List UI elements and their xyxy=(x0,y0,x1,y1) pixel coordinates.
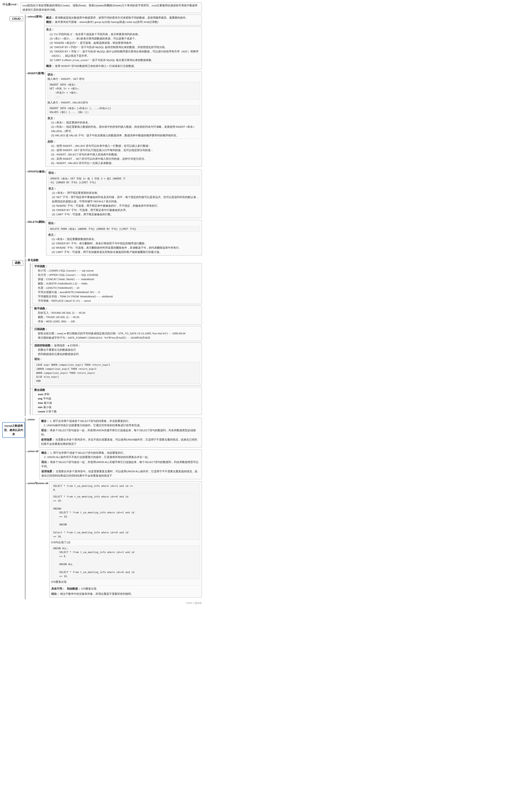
delete-syntax-code: DELETE FROM <表名> [WHERE 子句] [ORDER BY 子句… xyxy=(48,226,200,232)
insert-syntax-multi-code: INSERT INTO <表名> [<列名1> [, ...<列名n>]] VA… xyxy=(48,106,200,115)
select-label: select(查询) xyxy=(28,15,44,18)
string-func-0: 转小写：LOWER ('SQL Course') ······ sql cour… xyxy=(38,269,200,273)
select-meaning-1: (1) "[*|<字段列名>]"：包含零个或或多个字段列表，表示将要查询列的名称… xyxy=(50,32,200,37)
union-label: union xyxy=(28,418,39,421)
common-funcs-label: 常见函数 xyxy=(28,259,202,262)
union-result: 678均出现了1次 xyxy=(51,540,200,545)
select-summary-label: 概括： xyxy=(46,21,54,23)
what-is-crud-text: crud是指在计算处理数据的增加(Create)、读取(Read)、更新(Upd… xyxy=(20,2,202,13)
string-func-5: 字符出现索引值：amcdiNSTR ('HelloWorld','W') ···… xyxy=(38,290,200,294)
select-meaning-label: 含义： xyxy=(46,27,200,32)
delete-meaning-3: (3) 'WHERE' 子句：可选项，表示删除操作时所设置的删除条件，若省略该子… xyxy=(52,246,200,250)
union-example-block: SELECT * from t_oa_meeting_info where id… xyxy=(51,494,200,540)
functions-label: 函数 xyxy=(12,260,23,266)
union-all-concept-label: 概念： xyxy=(41,452,50,454)
insert-meaning-3: (3) VALUES 或 VALUE 子句：该子句包含要插入的数据清单，数据清单… xyxy=(51,133,200,138)
what-is-crud-label: 什么是crud： xyxy=(2,2,20,13)
union-concept-1: 2. UNION操作符执行去除重复行的操作。它通过对所有的结果集进行排序来完成。 xyxy=(44,424,142,427)
union-all-syntax-text: 将多个SELECT语句放在一起，并使用UNION ALL关键字将它们连接起来，每… xyxy=(41,461,198,468)
delete-meaning-2: (2) 'ORDER BY' 子句：表示删除时，表各行将按照子句中指定的顺序进行… xyxy=(52,241,200,246)
select-meaning-6: (6) "LIMIT [<offset>,]<row_count>"：该子句告诉… xyxy=(50,58,200,62)
select-overview2-text: 使用 INSERT 语句向数据库已有的表中插入一行或者多行元组数据。 xyxy=(55,65,137,68)
union-all-concept-0: 1. 用于合并两个或多个SELECT语句的结果集，包括重复的行。 xyxy=(50,452,126,454)
update-meaning-1: (1) <表名>：用于指定要更新的表名称。 xyxy=(52,191,200,195)
string-funcs-label: 字符函数： xyxy=(34,265,48,268)
select-overview-label: 概况： xyxy=(46,16,54,19)
date-funcs-label: 日期函数： xyxy=(34,328,48,330)
flow-desc2: 把列能描述的元素化的数据放在列 xyxy=(38,352,200,356)
agg-func-0: sum 求和 xyxy=(38,392,200,397)
union-all-main-label: union与union all xyxy=(28,481,49,485)
string-func-4: 长度：LENGTH ('HelloWorld') ··· 10 xyxy=(38,286,200,290)
union-all-usage-text: 当需要合并多个查询语句，但是需要重复去重时，可以使用UNION ALL操作符，它… xyxy=(41,470,197,477)
union-all-result: 678重复出现 xyxy=(51,580,200,584)
update-meaning-3: (3) 'WHERE' 子句：可选项，用于限定表中被修改的行，不不指定，则修改表… xyxy=(52,204,200,208)
union-syntax-label: 语法： xyxy=(41,429,49,432)
insert-syntax-multi: 插入多行：INSERT...VALUES语句 xyxy=(48,100,200,105)
update-meaning-label: 含义： xyxy=(48,187,200,191)
select-summary-text: 条件查询后可跟着：where(条件) group by分组 having(筛选)… xyxy=(55,21,158,23)
number-funcs-label: 数字函数： xyxy=(34,307,48,310)
date-func-1: 将日期转换成字符子句：DATE_FORMAT ('2004/10/14', '%… xyxy=(38,336,200,340)
update-label: UPDATE(修改) xyxy=(28,169,46,173)
conclusion-summary-text: 相当于数学中的交集和并集，所谓去重是不需要所有列相同。 xyxy=(60,593,134,595)
union-all-usage-label: 使用场景： xyxy=(41,470,55,473)
insert-meaning-label: 含义： xyxy=(48,116,200,120)
left-box-label: mysql之数据类型、建表以及约束 xyxy=(2,422,25,438)
page-credit: CSDN 小鹏博客 xyxy=(2,602,202,605)
insert-summary-label: 总结： xyxy=(48,139,200,144)
union-all-syntax-label: 语法： xyxy=(41,461,50,463)
insert-syntax-label: 语法： xyxy=(48,73,200,77)
union-usage-label: 使用场景： xyxy=(41,438,55,441)
delete-meaning-1: (1) <表名>：指定要删除数据的表名。 xyxy=(52,237,200,241)
insert-syntax-single: 插入单行：INSERT... SET 语句 xyxy=(48,77,200,81)
select-overview-text: 查询数据是指从数据库中根据需求，使用不同的查询方式来获取不同的数据，是使用频率最… xyxy=(55,16,188,19)
date-func-0: 获取当前日期：now() ● 将日期格式的字符转换成指定格式的日期：STR_TO… xyxy=(38,331,200,336)
union-concept-0: 1. 用于合并两个或者多个SELECT语句的结果集，并去除重复的行。 xyxy=(50,420,131,422)
union-all-block: UNION ALL: SELECT * from t_oa_meeting_in… xyxy=(51,546,200,579)
update-syntax-label: 语法： xyxy=(48,171,200,175)
select-meaning-4: (4) "GROUP BY <字段>"：语子句告诉 MySQL 如何控制查询出来… xyxy=(50,45,200,50)
insert-summary-4: (4) - 采用 INSERT ... SET 语句可以向表中插入部分列的值，这… xyxy=(51,157,200,161)
select-overview2-label: 概述： xyxy=(46,65,54,68)
union-syntax-text: 将多个SELECT语句放在一起，并使用UNION关键字将它们连接起来，每个SEL… xyxy=(41,429,196,436)
select-meaning-5: (5) "ORDER BY < 字段 >"：该子句告诉 MySQL 按什么样的顺… xyxy=(50,50,200,58)
insert-meaning-1: (1) <表名>：指定要操作的表名。 xyxy=(51,120,200,125)
aggregate-funcs-label: 聚合函数 xyxy=(34,388,45,391)
select-meaning-3: (3) "WHERE <表达式>"：是可选项，如果选择该项，将设置查询条件。 xyxy=(50,41,200,45)
insert-summary-3: (3) - INSERT...SELECT 语句向表中插入其他表中的数据。 xyxy=(51,152,200,157)
crud-label: CRUD xyxy=(10,16,23,21)
insert-label: INSERT(新增) xyxy=(28,71,45,75)
flow-syntax-code: CASE expr WHEN comparison_expr1 THEN ret… xyxy=(34,362,200,384)
string-func-2: 拼接：CONCAT ('Hello','World') ······· Hell… xyxy=(38,277,200,282)
string-func-3: 截取：SUBSTR ('HelloWorld',1,5) ···· Hello xyxy=(38,282,200,286)
number-func-0: 四舍五入：ROUND (45.926, 2) ···· 45.93 xyxy=(38,311,200,315)
string-func-7: 字符替换：REPLACE ('abcd','b','m') ···· amcd xyxy=(38,299,200,303)
update-meaning-5: (5) 'LIMIT' 子句：可选项，用于限定被修改的行数。 xyxy=(52,212,200,217)
conclusion-initial-value: 678重复出现 xyxy=(81,587,96,590)
flow-funcs-usage: 使用场景：● 行转列： xyxy=(54,344,81,347)
agg-func-4: count 计算个数 xyxy=(38,409,200,414)
flow-desc1: 把聚合不重要次元的数据放在行 xyxy=(38,348,200,352)
number-func-1: 截取：TRUNC (45.926, 2) ·····45.92 xyxy=(38,315,200,319)
insert-summary-1: (1) - 使用 INSERT…VALUES 语句可以向表中插入一行数据，也可以… xyxy=(51,144,200,148)
conclusion-summary-label: 结论： xyxy=(51,593,59,595)
conclusion-initial-label: 初始数据： xyxy=(67,587,80,590)
update-meaning-4: (4) 'ORDER BY' 子句：可选项，用于限定表中行被修改的次序。 xyxy=(52,208,200,212)
union-all-label: union all xyxy=(28,450,39,453)
delete-meaning-label: 含义： xyxy=(48,233,200,237)
update-meaning-2: (2) 'SET' 子句：用于指定表中要修改的列名及其列值，其中，每个指定的列值… xyxy=(52,195,200,204)
flow-syntax-label: 语法： xyxy=(34,358,42,360)
delete-label: DELETE(删除) xyxy=(28,220,46,224)
union-all-concept-1: 2. UNION ALL操作符不不执行去除重复行的操作，它直接将所有的的结果集合… xyxy=(44,456,150,458)
union-example1: SELECT * from t_oa_meeting_info where id… xyxy=(51,483,200,493)
select-meaning-2: (2) <表1>, <表2>, …：表1标表示查询源数据的来源，可以是整个或多个… xyxy=(50,37,200,41)
agg-func-2: max 最大值 xyxy=(38,401,200,405)
update-syntax-code: UPDATE <表名> SET 字段 1= 值 1 字段 2 = 值2 [WHE… xyxy=(48,176,200,186)
union-usage-0: 当需要合并多个查询语句，并且不想出现重复值，可以使用UNION操作符，它适用于不… xyxy=(41,438,197,445)
conclusion-diff-label: 具体不同： xyxy=(51,587,65,590)
union-concept-label: 概念： xyxy=(41,420,49,422)
insert-summary-2: (2) - 使用 INSERT...SET 语句可以只指定插入行中每列的值，也可… xyxy=(51,148,200,152)
flow-funcs-label: 流程控制函数： xyxy=(34,344,53,347)
delete-syntax-label: 语法： xyxy=(48,221,200,226)
